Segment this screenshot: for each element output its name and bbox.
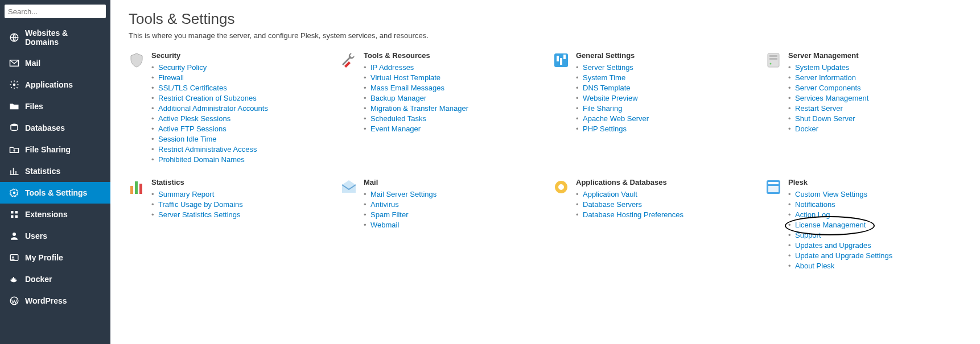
group-body: Server ManagementSystem UpdatesServer In… bbox=[788, 51, 962, 134]
group-link[interactable]: Virtual Host Template bbox=[370, 73, 440, 82]
group-link[interactable]: PHP Settings bbox=[583, 125, 627, 133]
group-link[interactable]: Security Policy bbox=[158, 63, 207, 72]
group-link[interactable]: Server Statistics Settings bbox=[158, 210, 241, 219]
group-link[interactable]: System Updates bbox=[795, 63, 849, 72]
group-link[interactable]: Server Components bbox=[795, 84, 861, 92]
group-title: General Settings bbox=[576, 51, 750, 60]
group-link[interactable]: Antivirus bbox=[370, 200, 399, 209]
list-item: Firewall bbox=[151, 72, 325, 82]
group-link[interactable]: System Time bbox=[583, 73, 625, 82]
group-link[interactable]: Restart Server bbox=[795, 104, 843, 113]
svg-point-3 bbox=[13, 192, 16, 194]
sidebar-item-websites-domains[interactable]: Websites & Domains bbox=[0, 23, 110, 52]
group-link[interactable]: Active FTP Sessions bbox=[158, 125, 227, 133]
group-link[interactable]: Server Information bbox=[795, 73, 856, 82]
sidebar-item-tools-settings[interactable]: Tools & Settings bbox=[0, 182, 110, 204]
group-link[interactable]: File Sharing bbox=[583, 104, 622, 113]
group-link[interactable]: IP Addresses bbox=[370, 63, 414, 72]
svg-point-1 bbox=[13, 84, 16, 86]
group-link[interactable]: Migration & Transfer Manager bbox=[370, 104, 468, 113]
list-item: Active FTP Sessions bbox=[151, 123, 325, 134]
sidebar: Websites & DomainsMailApplicationsFilesD… bbox=[0, 0, 110, 344]
group-link[interactable]: Firewall bbox=[158, 73, 184, 82]
search-input[interactable] bbox=[8, 7, 104, 16]
list-item: Server Information bbox=[788, 72, 962, 82]
group-link[interactable]: Restrict Administrative Access bbox=[158, 145, 257, 154]
list-item: Shut Down Server bbox=[788, 113, 962, 123]
group-body: SecuritySecurity PolicyFirewallSSL/TLS C… bbox=[151, 51, 325, 164]
group-link[interactable]: Update and Upgrade Settings bbox=[795, 251, 892, 260]
list-item: Notifications bbox=[788, 199, 962, 209]
server-icon bbox=[765, 52, 781, 68]
group-link[interactable]: Action Log bbox=[795, 210, 830, 219]
svg-point-15 bbox=[770, 63, 772, 65]
group-link[interactable]: Additional Administrator Accounts bbox=[158, 104, 268, 113]
files-icon bbox=[9, 101, 19, 111]
group-link[interactable]: DNS Template bbox=[583, 84, 631, 92]
group-link[interactable]: Webmail bbox=[370, 221, 399, 229]
sidebar-item-label: My Profile bbox=[25, 253, 63, 262]
group-link[interactable]: Event Manager bbox=[370, 125, 421, 133]
sidebar-item-applications[interactable]: Applications bbox=[0, 74, 110, 96]
sidebar-item-label: File Sharing bbox=[25, 145, 71, 154]
sidebar-item-wordpress[interactable]: WordPress bbox=[0, 290, 110, 312]
sidebar-item-statistics[interactable]: Statistics bbox=[0, 160, 110, 182]
group-link[interactable]: Database Hosting Preferences bbox=[583, 210, 683, 219]
sidebar-item-files[interactable]: Files bbox=[0, 96, 110, 117]
group-link[interactable]: Shut Down Server bbox=[795, 114, 855, 123]
list-item: Scheduled Tasks bbox=[364, 113, 537, 123]
sidebar-item-my-profile[interactable]: My Profile bbox=[0, 247, 110, 268]
group-link[interactable]: SSL/TLS Certificates bbox=[158, 84, 227, 92]
tools-icon bbox=[341, 52, 357, 68]
mailopen-icon bbox=[341, 179, 357, 195]
docker-icon bbox=[9, 274, 19, 284]
sidebar-item-databases[interactable]: Databases bbox=[0, 117, 110, 139]
search-box[interactable] bbox=[5, 5, 106, 18]
group-link[interactable]: License Management bbox=[795, 221, 866, 229]
group-link[interactable]: Application Vault bbox=[583, 190, 637, 198]
group-link[interactable]: Session Idle Time bbox=[158, 135, 217, 143]
list-item: Migration & Transfer Manager bbox=[364, 103, 537, 113]
group-link[interactable]: About Plesk bbox=[795, 262, 834, 270]
group-link[interactable]: Backup Manager bbox=[370, 94, 426, 102]
svg-rect-10 bbox=[560, 58, 562, 65]
group-links: Mail Server SettingsAntivirusSpam Filter… bbox=[364, 189, 537, 230]
group-link[interactable]: Website Preview bbox=[583, 94, 638, 102]
list-item: Server Settings bbox=[576, 62, 750, 72]
sidebar-item-label: Databases bbox=[25, 123, 65, 132]
group-link[interactable]: Support bbox=[795, 231, 821, 239]
group-link[interactable]: Traffic Usage by Domains bbox=[158, 200, 243, 209]
group-link[interactable]: Mail Server Settings bbox=[370, 190, 437, 198]
list-item: Restart Server bbox=[788, 103, 962, 113]
group-link[interactable]: Prohibited Domain Names bbox=[158, 155, 245, 164]
list-item: Restrict Administrative Access bbox=[151, 144, 325, 154]
group-link[interactable]: Services Management bbox=[795, 94, 868, 102]
group-link[interactable]: Spam Filter bbox=[370, 210, 408, 219]
group-link[interactable]: Notifications bbox=[795, 200, 835, 209]
list-item: Mass Email Messages bbox=[364, 82, 537, 93]
group-link[interactable]: Database Servers bbox=[583, 200, 642, 209]
group-link[interactable]: Active Plesk Sessions bbox=[158, 114, 230, 123]
group-link[interactable]: Mass Email Messages bbox=[370, 84, 444, 92]
file-sharing-icon bbox=[9, 144, 19, 155]
sidebar-item-file-sharing[interactable]: File Sharing bbox=[0, 139, 110, 160]
group-link[interactable]: Custom View Settings bbox=[795, 190, 867, 198]
group-links: Application VaultDatabase ServersDatabas… bbox=[576, 189, 750, 219]
sidebar-item-docker[interactable]: Docker bbox=[0, 268, 110, 290]
group-link[interactable]: Summary Report bbox=[158, 190, 214, 198]
sidebar-item-extensions[interactable]: Extensions bbox=[0, 204, 110, 225]
list-item: PHP Settings bbox=[576, 123, 750, 134]
list-item: Docker bbox=[788, 123, 962, 134]
group-link[interactable]: Server Settings bbox=[583, 63, 633, 72]
sidebar-item-label: Users bbox=[25, 231, 47, 241]
group-links: Summary ReportTraffic Usage by DomainsSe… bbox=[151, 189, 325, 219]
list-item: License Management bbox=[788, 219, 962, 230]
group-links: Custom View SettingsNotificationsAction … bbox=[788, 189, 962, 271]
group-link[interactable]: Apache Web Server bbox=[583, 114, 649, 123]
group-link[interactable]: Restrict Creation of Subzones bbox=[158, 94, 257, 102]
group-link[interactable]: Docker bbox=[795, 125, 818, 133]
sidebar-item-users[interactable]: Users bbox=[0, 225, 110, 247]
sidebar-item-mail[interactable]: Mail bbox=[0, 52, 110, 74]
group-link[interactable]: Scheduled Tasks bbox=[370, 114, 426, 123]
group-link[interactable]: Updates and Upgrades bbox=[795, 241, 871, 250]
